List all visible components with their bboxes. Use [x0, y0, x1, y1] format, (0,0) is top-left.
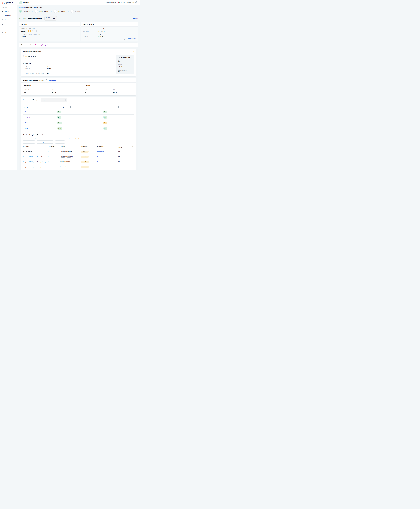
sidebar-item-universe[interactable]: Universe: [0, 9, 17, 14]
impacts-filter[interactable]: All Impacts ▼: [55, 140, 65, 144]
source-db-row: DATABASE TYPE postgresql: [83, 28, 136, 30]
sidebar-item-databases[interactable]: Databases: [0, 14, 17, 18]
top-header: Universe Visit our Github repo Join our …: [17, 0, 140, 5]
brand-logo-text: yugabyteDB: [4, 2, 14, 4]
sort-icon[interactable]: ▲▼: [72, 107, 72, 107]
info-icon[interactable]: i: [70, 106, 71, 108]
target-version-help-icon[interactable]: ?: [64, 99, 66, 101]
issue-name: Unsupported datatype for Live migration …: [23, 161, 48, 163]
sort-icon[interactable]: ▲▼: [87, 146, 88, 147]
brand-logo[interactable]: yugabyteDB: [0, 0, 17, 5]
issue-types-filter[interactable]: All Issue Types ▼: [23, 140, 35, 144]
sort-icon[interactable]: ▲▼: [120, 107, 121, 107]
schema-details-link[interactable]: › Schema Details: [124, 38, 136, 40]
sort-icon[interactable]: ▲▼: [66, 146, 67, 147]
sidebar-item-performance[interactable]: Performance: [0, 18, 17, 22]
collapse-caret-icon[interactable]: ▲: [133, 80, 134, 81]
breadcrumb-migrations-link[interactable]: Migrations: [19, 7, 25, 8]
sidebar-item-alerts[interactable]: Alerts: [0, 22, 17, 26]
info-icon[interactable]: i: [132, 146, 133, 147]
field-label: SIZE: [52, 89, 55, 90]
invalid-count-badge: 0✓: [103, 111, 107, 113]
step-assessment[interactable]: ✓ Assessment: [19, 10, 30, 13]
object-type-table: Object Type Automatic Object Import i ▲▼…: [23, 105, 134, 131]
object-type-link[interactable]: Table: [23, 122, 56, 123]
occurrences-link[interactable]: 1: [48, 156, 60, 158]
source-database-title: Source Database: [81, 22, 138, 27]
step-circle: [71, 10, 74, 13]
object-type-link[interactable]: Sequence: [23, 117, 56, 118]
column-issue-name: Issue Name▲▼: [23, 146, 48, 147]
workaround-link[interactable]: Link to docs: [97, 166, 118, 167]
check-icon: ✓: [105, 128, 106, 129]
target-version-value: 2024.2.1.0: [57, 99, 63, 101]
collapse-caret-icon[interactable]: ▲: [133, 51, 134, 52]
refresh-icon: [131, 18, 132, 19]
sidebar-item-label: Universe: [5, 11, 10, 12]
step-data-migration[interactable]: Data Migration: [54, 10, 66, 13]
occurrences-link[interactable]: 1: [48, 151, 60, 152]
object-types-filter[interactable]: All object types selected ▼: [36, 140, 54, 144]
field-value: public, test: [98, 36, 104, 37]
step-verification[interactable]: Verification: [71, 10, 81, 13]
refresh-button[interactable]: Refresh: [131, 18, 138, 19]
total-node-size-title: Total Node Size: [121, 57, 130, 58]
source-database-body: DATABASE TYPE postgresql HOSTNAME 10.9.1…: [81, 27, 138, 41]
field-value: 16 GB: [47, 68, 51, 69]
min-versions-value: N/A: [118, 151, 134, 152]
column-impact: Impacti▲▼: [81, 146, 97, 147]
workaround-link[interactable]: Link to docs: [97, 151, 118, 152]
sort-icon[interactable]: ▲▼: [30, 146, 30, 147]
occurrences-link[interactable]: 1: [48, 161, 60, 163]
summary-card-body: MIGRATION COMPLEXITY Medium ? ESTIMATED …: [19, 27, 80, 41]
sort-icon[interactable]: ▲▼: [134, 146, 134, 147]
sidebar-item-label: Migrations: [5, 32, 11, 33]
warning-icon: [86, 156, 88, 157]
category-label: Migration Caveats: [60, 166, 70, 168]
table-row: Index 21✓ 0✓: [23, 126, 134, 131]
view-details-link[interactable]: › View Details: [46, 79, 56, 81]
github-icon: [104, 2, 105, 4]
object-type-link[interactable]: Index: [23, 128, 56, 129]
sidebar-item-migrations[interactable]: Migrations: [0, 31, 17, 35]
field-label: SIZE: [112, 89, 115, 90]
source-db-row: DATABASE test_database: [83, 33, 136, 35]
issue-filters: All Issue Types ▼ All object types selec…: [23, 140, 134, 144]
info-icon[interactable]: i: [85, 146, 87, 147]
category-label: Migration Caveats: [60, 161, 70, 163]
slack-link[interactable]: Join our Slack community: [118, 2, 134, 4]
summary-source-row: Summary MIGRATION COMPLEXITY Medium ? ES…: [19, 22, 138, 41]
app-window: yugabyteDB UNIVERSE Universe Databases P…: [0, 0, 140, 170]
field-value: 520 KB: [112, 91, 136, 93]
invalid-count-badge: 0✓: [103, 127, 107, 130]
schema-details-label: Schema Details: [127, 38, 136, 39]
filter-label: All Issue Types: [24, 141, 32, 143]
rocket-icon: [2, 10, 4, 12]
workaround-link[interactable]: Link to docs: [97, 161, 118, 163]
collapse-caret-icon[interactable]: ▲: [133, 99, 134, 101]
occurrences-link[interactable]: 1: [48, 166, 60, 167]
data-distribution-body: Colocated TABLES 10 SIZE 136 KB: [21, 83, 136, 95]
stepper-progress-bar: [17, 14, 28, 15]
chevron-down-icon: ▼: [33, 142, 34, 143]
github-link[interactable]: Visit our Github repo: [104, 2, 116, 4]
step-check-icon: ✓: [19, 10, 22, 13]
chevron-right-icon: ›: [51, 10, 52, 12]
complexity-help-icon[interactable]: ?: [35, 30, 37, 32]
complexity-explanation-help-icon[interactable]: ?: [46, 134, 48, 136]
target-version-badge: Target Database Version : 2024.2.1.0 ?: [41, 98, 67, 102]
sort-icon[interactable]: ▲▼: [56, 146, 56, 147]
hexagon-icon: [23, 62, 24, 64]
sort-icon[interactable]: ▲▼: [105, 146, 105, 147]
migration-stepper: ✓ Assessment › Schema Migration › Data M…: [17, 9, 140, 15]
chevron-right-icon: ›: [32, 10, 33, 12]
object-type-link[interactable]: Schema: [23, 111, 56, 113]
breadcrumb-current[interactable]: Migration_29d80eb05d77 ▼: [26, 7, 42, 8]
info-icon[interactable]: i: [118, 106, 120, 108]
step-schema-migration[interactable]: Schema Migration: [35, 10, 49, 13]
report-title-row: Migration Assessment Report Voyager Vers…: [19, 16, 138, 21]
column-workaround: Workaround▲▼: [97, 146, 118, 147]
workaround-link[interactable]: Link to docs: [97, 156, 118, 158]
issue-name: Unsupported datatype for Live migration …: [23, 166, 48, 167]
help-icon[interactable]: ?: [135, 1, 138, 4]
